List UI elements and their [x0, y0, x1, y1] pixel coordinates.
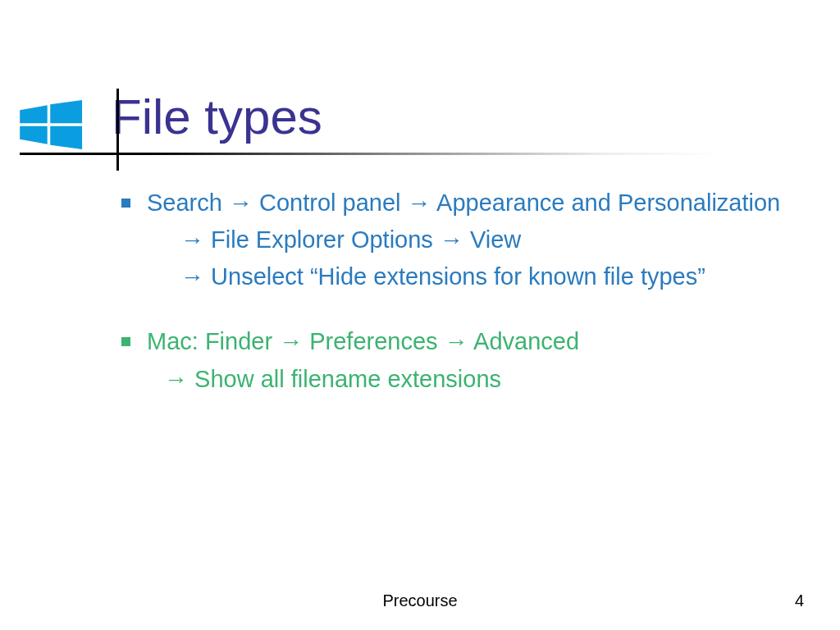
slide-title: File types — [112, 89, 322, 145]
title-block: File types — [20, 89, 820, 171]
svg-marker-1 — [50, 100, 82, 123]
bullet-square-icon — [121, 337, 130, 346]
bullet-windows: Search → Control panel → Appearance and … — [121, 187, 815, 219]
arrow-right-icon: → — [164, 366, 188, 392]
bullet-windows-sub1: → File Explorer Options → View — [180, 224, 815, 256]
arrow-right-icon: → — [440, 226, 463, 253]
bullet-windows-line1: Search → Control panel → Appearance and … — [147, 187, 780, 219]
bullet-mac-sub1: → Show all filename extensions — [164, 363, 815, 395]
bullet-mac-line1: Mac: Finder → Preferences → Advanced — [147, 326, 579, 358]
svg-marker-2 — [20, 126, 48, 144]
arrow-right-icon: → — [408, 189, 431, 216]
bullet-windows-sub2: → Unselect “Hide extensions for known fi… — [180, 261, 815, 293]
windows-logo-icon — [20, 100, 84, 149]
footer-label: Precourse — [0, 591, 840, 610]
arrow-right-icon: → — [180, 263, 204, 290]
svg-marker-3 — [50, 126, 82, 149]
arrow-right-icon: → — [445, 328, 468, 354]
title-vertical-rule — [116, 89, 119, 171]
title-horizontal-rule — [20, 153, 840, 155]
page-number: 4 — [795, 591, 804, 610]
arrow-right-icon: → — [279, 328, 303, 354]
bullet-mac: Mac: Finder → Preferences → Advanced — [121, 326, 815, 358]
svg-marker-0 — [20, 105, 48, 123]
arrow-right-icon: → — [180, 226, 204, 253]
bullet-square-icon — [121, 199, 130, 208]
arrow-right-icon: → — [229, 189, 253, 216]
slide-body: Search → Control panel → Appearance and … — [121, 187, 815, 400]
slide: File types Search → Control panel → Appe… — [0, 0, 840, 630]
